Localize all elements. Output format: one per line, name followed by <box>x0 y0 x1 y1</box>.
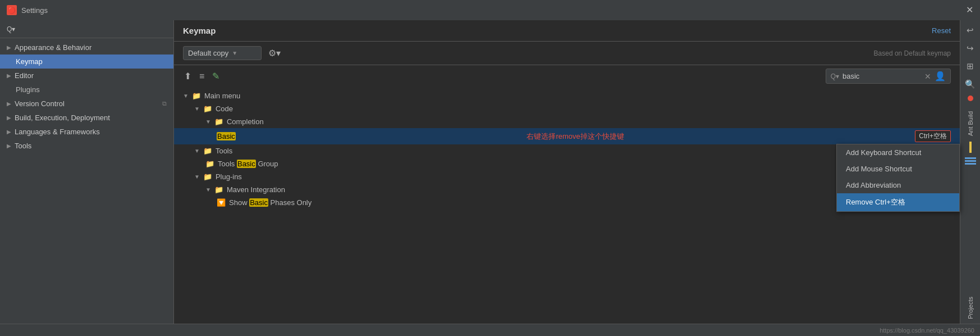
based-on-text: Based on Default keymap <box>874 49 951 57</box>
sidebar-item-keymap[interactable]: Keymap <box>0 55 173 69</box>
arrow-icon: ▶ <box>7 72 11 79</box>
right-panel: ↩ ↪ ⊞ 🔍 Ant Build Projects <box>960 20 980 324</box>
item-label: Code <box>216 105 233 113</box>
expand-icon: ▼ <box>205 187 211 193</box>
status-url: https://blog.csdn.net/qq_43039260 <box>880 327 974 334</box>
expand-icon: ▼ <box>194 148 200 154</box>
folder-icon: 📁 <box>214 117 223 126</box>
sidebar: Q▾ ▶ Appearance & Behavior Keymap ▶ Edit… <box>0 20 174 324</box>
folder-icon: 📁 <box>203 172 212 181</box>
item-label: Basic <box>217 132 236 140</box>
context-menu-add-mouse[interactable]: Add Mouse Shortcut <box>837 161 959 177</box>
person-icon: 👤 <box>935 71 946 81</box>
action-toolbar: ⬆ ≡ ✎ Q▾ ✕ 👤 <box>174 65 960 87</box>
close-button[interactable]: ✕ <box>966 6 973 15</box>
sidebar-search-bar[interactable]: Q▾ <box>0 20 173 38</box>
search-icon: Q▾ <box>831 72 839 80</box>
folder-icon: 📁 <box>203 147 212 155</box>
tree-item-code[interactable]: ▼ 📁 Code <box>174 102 960 115</box>
sidebar-item-editor[interactable]: ▶ Editor <box>0 69 173 83</box>
sidebar-item-appearance[interactable]: ▶ Appearance & Behavior <box>0 40 173 55</box>
keymap-toolbar: Default copy ▼ ⚙▾ Based on Default keyma… <box>174 42 960 65</box>
gear-button[interactable]: ⚙▾ <box>266 47 283 60</box>
blue-indicator <box>964 156 977 166</box>
folder-icon: 📁 <box>205 160 214 168</box>
ant-build-tab[interactable]: Ant Build <box>966 109 975 138</box>
sidebar-item-tools[interactable]: ▶ Tools <box>0 139 173 153</box>
tree-item-completion[interactable]: ▼ 📁 Completion <box>174 115 960 128</box>
tree-item-basic[interactable]: Basic 右键选择remove掉这个快捷键 Ctrl+空格 <box>174 128 960 144</box>
sidebar-item-plugins[interactable]: Plugins <box>0 83 173 97</box>
search-input[interactable] <box>842 72 921 80</box>
content-area: Keymap Reset Default copy ▼ ⚙▾ Based on … <box>174 20 960 324</box>
folder-icon: 📁 <box>214 185 223 194</box>
folder-icon: 📁 <box>192 92 201 100</box>
expand-icon: ▼ <box>183 93 189 99</box>
projects-tab[interactable]: Projects <box>966 294 975 321</box>
dropdown-arrow-icon: ▼ <box>232 50 237 56</box>
search-clear-icon[interactable]: ✕ <box>924 72 931 81</box>
arrow-icon: ▶ <box>7 101 11 107</box>
item-label: Tools <box>216 147 232 155</box>
main-container: Q▾ ▶ Appearance & Behavior Keymap ▶ Edit… <box>0 20 980 324</box>
search-icon: Q▾ <box>7 25 15 33</box>
folder-icon: 📁 <box>203 105 212 113</box>
status-bar: https://blog.csdn.net/qq_43039260 <box>0 324 980 336</box>
keymap-dropdown[interactable]: Default copy ▼ <box>183 46 262 60</box>
arrow-icon: ▶ <box>7 129 11 135</box>
sidebar-item-version-control[interactable]: ▶ Version Control ⧉ <box>0 97 173 111</box>
context-menu-add-keyboard[interactable]: Add Keyboard Shortcut <box>837 144 959 161</box>
item-label: Main menu <box>204 92 240 100</box>
keymap-title: Keymap <box>183 26 216 35</box>
reset-button[interactable]: Reset <box>932 26 951 35</box>
sidebar-item-label: Appearance & Behavior <box>15 43 91 52</box>
arrow-icon: ▶ <box>7 115 11 121</box>
red-indicator <box>968 96 973 101</box>
arrow-icon: ▶ <box>7 44 11 51</box>
search-box: Q▾ ✕ 👤 <box>826 69 951 84</box>
sidebar-item-label: Plugins <box>16 85 40 94</box>
sidebar-item-build[interactable]: ▶ Build, Execution, Deployment <box>0 111 173 125</box>
title-bar-left: 🔴 Settings <box>7 5 48 15</box>
sidebar-item-label: Version Control <box>15 99 65 108</box>
item-label: Maven Integration <box>227 185 285 194</box>
edit-button[interactable]: ✎ <box>211 70 221 83</box>
app-icon: 🔴 <box>7 5 17 15</box>
keymap-header: Keymap Reset <box>174 20 960 42</box>
tree-item-main-menu[interactable]: ▼ 📁 Main menu <box>174 89 960 102</box>
scroll-to-top-button[interactable]: ⬆ <box>183 70 193 83</box>
sidebar-item-label: Tools <box>15 142 31 150</box>
highlight-basic: Basic <box>237 160 256 168</box>
item-label: Show Basic Phases Only <box>229 198 312 207</box>
context-menu-add-abbrev[interactable]: Add Abbreviation <box>837 177 959 193</box>
sidebar-item-label: Editor <box>15 71 34 80</box>
toolbar-btn-3[interactable]: ⊞ <box>963 58 978 74</box>
item-label: Plug-ins <box>216 172 242 181</box>
dropdown-value: Default copy <box>188 49 228 57</box>
toolbar-btn-2[interactable]: ↪ <box>963 40 978 56</box>
shortcut-badge: Ctrl+空格 <box>915 130 951 142</box>
sidebar-item-languages[interactable]: ▶ Languages & Frameworks <box>0 125 173 139</box>
context-menu: Add Keyboard Shortcut Add Mouse Shortcut… <box>836 144 960 212</box>
window-title: Settings <box>21 6 48 15</box>
sidebar-nav: ▶ Appearance & Behavior Keymap ▶ Editor … <box>0 38 173 324</box>
expand-icon: ▼ <box>205 119 211 125</box>
expand-icon: ▼ <box>194 174 200 180</box>
toolbar-btn-1[interactable]: ↩ <box>963 22 978 38</box>
toolbar-btn-4[interactable]: 🔍 <box>963 76 978 92</box>
expand-button[interactable]: ≡ <box>198 70 205 83</box>
filter-icon: 🔽 <box>217 198 226 207</box>
arrow-icon: ▶ <box>7 143 11 149</box>
copy-icon: ⧉ <box>162 100 167 107</box>
expand-icon: ▼ <box>194 106 200 112</box>
sidebar-search-input[interactable] <box>17 25 167 33</box>
highlight-basic: Basic <box>249 198 268 207</box>
yellow-indicator <box>969 142 972 153</box>
item-label: Tools Basic Group <box>218 160 278 168</box>
context-menu-remove-shortcut[interactable]: Remove Ctrl+空格 <box>837 193 959 211</box>
sidebar-item-label: Languages & Frameworks <box>15 128 100 136</box>
item-label: Completion <box>227 117 264 126</box>
highlight-basic: Basic <box>217 132 236 140</box>
sidebar-item-label: Build, Execution, Deployment <box>15 113 110 122</box>
sidebar-item-label: Keymap <box>16 57 43 66</box>
